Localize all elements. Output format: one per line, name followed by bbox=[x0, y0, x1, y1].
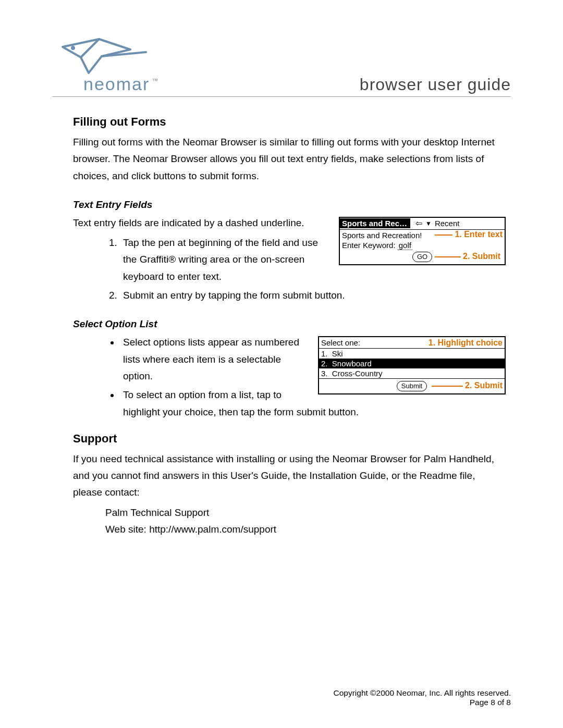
figure1-titlebar: Sports and Rec… bbox=[340, 218, 410, 228]
figure2-prompt: Select one: bbox=[321, 338, 360, 347]
page-header: neomar ™ browser user guide bbox=[52, 31, 511, 97]
list-item-2-highlighted: 2. Snowboard bbox=[319, 359, 505, 368]
support-body: If you need technical assistance with in… bbox=[73, 451, 506, 501]
step-2: Submit an entry by tapping the form subm… bbox=[120, 287, 506, 304]
forms-intro: Filling out forms with the Neomar Browse… bbox=[73, 134, 506, 184]
footer-page-number: Page 8 of 8 bbox=[333, 698, 511, 707]
figure1-annotation-2: 2. Submit bbox=[463, 252, 500, 261]
page-footer: Copyright ©2000 Neomar, Inc. All rights … bbox=[333, 688, 511, 707]
subheading-select: Select Option List bbox=[73, 318, 506, 330]
recent-label: Recent bbox=[435, 219, 460, 228]
figure-text-entry: Sports and Rec… ⇦ ▼ Recent Sports and Re… bbox=[339, 217, 506, 265]
document-title: browser user guide bbox=[360, 75, 511, 94]
dropdown-icon: ▼ bbox=[425, 220, 432, 227]
trademark-symbol: ™ bbox=[152, 77, 159, 84]
back-arrow-icon: ⇦ bbox=[415, 219, 422, 228]
figure1-go-button: GO bbox=[412, 252, 432, 262]
footer-copyright: Copyright ©2000 Neomar, Inc. All rights … bbox=[333, 688, 511, 698]
bird-icon bbox=[52, 31, 156, 78]
figure2-submit-button: Submit bbox=[397, 381, 427, 391]
figure1-keyword-label: Enter Keyword: bbox=[342, 241, 398, 250]
section-heading-forms: Filling out Forms bbox=[73, 115, 506, 129]
figure1-annotation-1: 1. Enter text bbox=[455, 230, 503, 239]
list-item-1: 1. Ski bbox=[319, 349, 505, 359]
figure-select-list: Select one: 1. Highlight choice 1. Ski 2… bbox=[318, 336, 506, 394]
support-contact-name: Palm Technical Support bbox=[105, 504, 506, 521]
support-contact-site: Web site: http://www.palm.com/support bbox=[105, 521, 506, 538]
subheading-text-entry: Text Entry Fields bbox=[73, 199, 506, 211]
brand-name: neomar bbox=[83, 74, 150, 94]
list-item-3: 3. Cross-Country bbox=[319, 368, 505, 378]
figure2-annotation-2: 2. Submit bbox=[465, 381, 503, 390]
figure1-keyword-value: golf bbox=[398, 241, 412, 250]
figure2-annotation-1: 1. Highlight choice bbox=[429, 338, 503, 347]
section-heading-support: Support bbox=[73, 432, 506, 446]
brand-logo: neomar ™ bbox=[52, 31, 159, 94]
svg-point-0 bbox=[72, 47, 74, 49]
